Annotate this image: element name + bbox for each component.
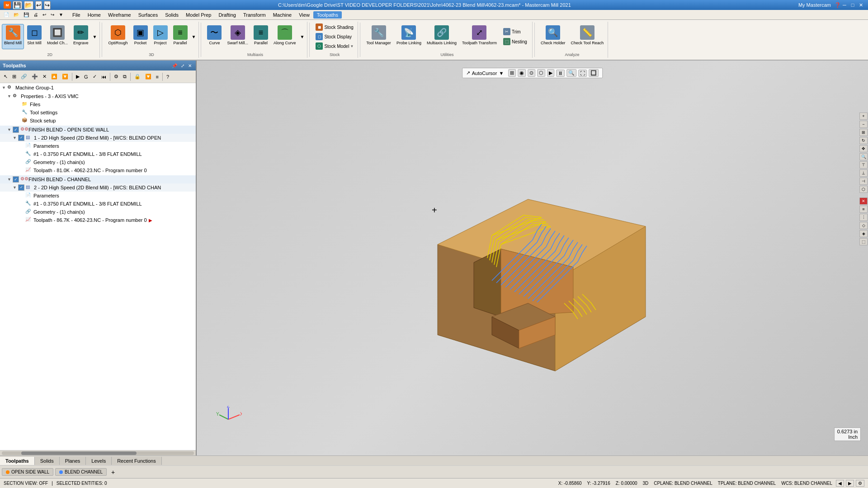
pocket-button[interactable]: ▣ Pocket bbox=[131, 24, 150, 49]
qa-more[interactable]: ▼ bbox=[57, 11, 65, 18]
menu-wireframe[interactable]: Wireframe bbox=[104, 11, 135, 19]
check-op1[interactable]: ✓ bbox=[18, 135, 24, 141]
toggle-machine-group[interactable]: ▼ bbox=[2, 85, 7, 90]
view-tab-open-side-wall[interactable]: OPEN SIDE WALL bbox=[2, 468, 53, 476]
parallel-button[interactable]: ≡ Parallel bbox=[171, 24, 190, 49]
fit-btn[interactable]: ⊞ bbox=[859, 129, 868, 136]
tp-help-btn[interactable]: ? bbox=[165, 73, 171, 81]
quick-open-btn[interactable]: 📂 bbox=[24, 1, 33, 9]
qa-save[interactable]: 💾 bbox=[22, 11, 31, 18]
multiaxis-dropdown-arrow[interactable]: ▼ bbox=[299, 33, 305, 40]
tree-row-op1[interactable]: ▼ ✓ ▤ 1 - 2D High Speed (2D Blend Mill) … bbox=[0, 134, 196, 142]
multiaxis-linking-button[interactable]: 🔗 Multiaxis Linking bbox=[425, 24, 459, 49]
project-button[interactable]: ▷ Project bbox=[151, 24, 170, 49]
zoom-in-btn[interactable]: + bbox=[859, 113, 868, 120]
view-front-btn[interactable]: ⊥ bbox=[859, 169, 868, 177]
quick-undo-btn[interactable]: ↩ bbox=[35, 1, 42, 9]
toggle-op1[interactable]: ▼ bbox=[13, 136, 18, 140]
pan-btn[interactable]: ✥ bbox=[859, 145, 868, 152]
menu-solids[interactable]: Solids bbox=[161, 11, 182, 19]
menu-transform[interactable]: Transform bbox=[240, 11, 269, 19]
check-holder-button[interactable]: 🔍 Check Holder bbox=[538, 24, 568, 49]
right-misc-2[interactable]: ⋮ bbox=[859, 214, 868, 221]
tp-post-btn[interactable]: G bbox=[82, 73, 90, 81]
panel-close-button[interactable]: ✕ bbox=[187, 63, 193, 69]
statusbar-btn3[interactable]: ⚙ bbox=[856, 480, 864, 487]
tp-backplot-btn[interactable]: ⏮ bbox=[99, 73, 108, 81]
panel-pin-button[interactable]: 📌 bbox=[170, 63, 179, 69]
tree-row-tool1[interactable]: 🔧 #1 - 0.3750 FLAT ENDMILL - 3/8 FLAT EN… bbox=[0, 150, 196, 158]
tp-cursor-btn[interactable]: ↖ bbox=[2, 72, 9, 81]
rotate-btn[interactable]: ↻ bbox=[859, 137, 868, 144]
tp-sim-btn[interactable]: ▶ bbox=[74, 72, 81, 81]
nesting-button[interactable]: ⬚ Nesting bbox=[501, 37, 529, 46]
menu-home[interactable]: Home bbox=[84, 11, 104, 19]
menu-drafting[interactable]: Drafting bbox=[215, 11, 240, 19]
check-finish-blend-channel[interactable]: ✓ bbox=[13, 176, 19, 183]
right-misc-5[interactable]: ⬚ bbox=[859, 238, 868, 245]
tp-properties-btn[interactable]: ⚙ bbox=[112, 72, 120, 81]
quick-redo-btn[interactable]: ↪ bbox=[44, 1, 51, 9]
view-tab-blend-channel[interactable]: BLEND CHANNEL bbox=[55, 468, 107, 476]
stock-shading-button[interactable]: ◼ Stock Shading bbox=[313, 23, 356, 32]
toggle-properties[interactable]: ▼ bbox=[7, 94, 13, 99]
tree-row-params1[interactable]: 📄 Parameters bbox=[0, 142, 196, 150]
view-btn-7[interactable]: 🔍 bbox=[566, 69, 576, 77]
view-side-btn[interactable]: ⊣ bbox=[859, 178, 868, 185]
tp-add-btn[interactable]: ➕ bbox=[30, 72, 40, 81]
stock-display-button[interactable]: ◻ Stock Display bbox=[313, 32, 354, 41]
2d-dropdown-arrow[interactable]: ▼ bbox=[92, 33, 98, 40]
qa-undo[interactable]: ↩ bbox=[41, 11, 48, 18]
menu-file[interactable]: File bbox=[69, 11, 84, 19]
tree-row-params2[interactable]: 📄 Parameters bbox=[0, 192, 196, 200]
view-btn-6[interactable]: ⏸ bbox=[556, 70, 565, 77]
menu-view[interactable]: View bbox=[295, 11, 313, 19]
along-curve-button[interactable]: ⌒ Along Curve bbox=[271, 24, 298, 49]
quick-save-btn[interactable]: 💾 bbox=[13, 1, 22, 9]
blend-mill-button[interactable]: 🔧 Blend Mill bbox=[2, 24, 24, 49]
menu-machine[interactable]: Machine bbox=[269, 11, 296, 19]
tree-row-geom2[interactable]: 🔗 Geometry - (1) chain(s) bbox=[0, 208, 196, 216]
tp-hscroll-thumb[interactable] bbox=[21, 451, 137, 455]
tree-row-finish-blend-channel[interactable]: ▼ ✓ ⚙⚙ FINISH BLEND - CHANNEL bbox=[0, 175, 196, 183]
help-icon[interactable]: ❓ bbox=[835, 2, 841, 8]
parallel2-button[interactable]: ≡ Parallel bbox=[251, 24, 270, 49]
tree-row-toolpath1[interactable]: 📈 Toolpath - 81.0K - 4062-23.NC - Progra… bbox=[0, 166, 196, 174]
maximize-button[interactable]: □ bbox=[849, 1, 856, 9]
right-misc-3[interactable]: ◇ bbox=[859, 222, 868, 229]
tool-manager-button[interactable]: 🔧 Tool Manager bbox=[364, 24, 393, 49]
tree-row-tool-settings[interactable]: 🔧 Tool settings bbox=[0, 108, 196, 117]
menu-surfaces[interactable]: Surfaces bbox=[135, 11, 161, 19]
statusbar-btn2[interactable]: ▶ bbox=[846, 480, 854, 487]
check-finish-blend-open[interactable]: ✓ bbox=[13, 127, 19, 133]
swarf-mill-button[interactable]: ◈ Swarf Mill... bbox=[225, 24, 250, 49]
slot-mill-button[interactable]: ◻ Slot Mill bbox=[25, 24, 44, 49]
panel-float-button[interactable]: ⤢ bbox=[179, 63, 186, 69]
view-btn-4[interactable]: ⬡ bbox=[537, 69, 545, 77]
view-btn-5[interactable]: ▶ bbox=[547, 69, 554, 77]
view-btn-9[interactable]: 🔲 bbox=[589, 69, 599, 77]
toggle-op2[interactable]: ▼ bbox=[13, 185, 18, 190]
tp-move-down-btn[interactable]: 🔽 bbox=[60, 72, 70, 81]
curve-button[interactable]: 〜 Curve bbox=[205, 24, 224, 49]
autocursor-dropdown[interactable]: ▼ bbox=[499, 70, 504, 76]
tab-levels[interactable]: Levels bbox=[86, 457, 112, 465]
qa-print[interactable]: 🖨 bbox=[32, 11, 40, 18]
tp-lock-btn[interactable]: 🔒 bbox=[132, 72, 142, 81]
zoom-window-btn[interactable]: 🔍 bbox=[859, 153, 868, 160]
view-btn-8[interactable]: ⛶ bbox=[578, 70, 587, 77]
tree-row-geom1[interactable]: 🔗 Geometry - (1) chain(s) bbox=[0, 158, 196, 166]
minimize-button[interactable]: ─ bbox=[841, 1, 848, 9]
engrave-button[interactable]: ✏ Engrave bbox=[71, 24, 91, 49]
tab-toolpaths[interactable]: Toolpaths bbox=[0, 457, 35, 465]
tab-recent-functions[interactable]: Recent Functions bbox=[112, 457, 162, 465]
tp-chain-btn[interactable]: 🔗 bbox=[19, 72, 29, 81]
tree-row-op2[interactable]: ▼ ✓ ▤ 2 - 2D High Speed (2D Blend Mill) … bbox=[0, 183, 196, 192]
tp-horizontal-scrollbar[interactable] bbox=[0, 450, 196, 455]
add-view-button[interactable]: + bbox=[108, 468, 118, 477]
view-iso-btn[interactable]: ⬡ bbox=[859, 186, 868, 193]
tp-select-btn[interactable]: ⊞ bbox=[10, 72, 18, 81]
model-ch-button[interactable]: 🔲 Model Ch... bbox=[45, 24, 70, 49]
tab-solids[interactable]: Solids bbox=[35, 457, 60, 465]
tp-duplicate-btn[interactable]: ⧉ bbox=[121, 72, 128, 81]
